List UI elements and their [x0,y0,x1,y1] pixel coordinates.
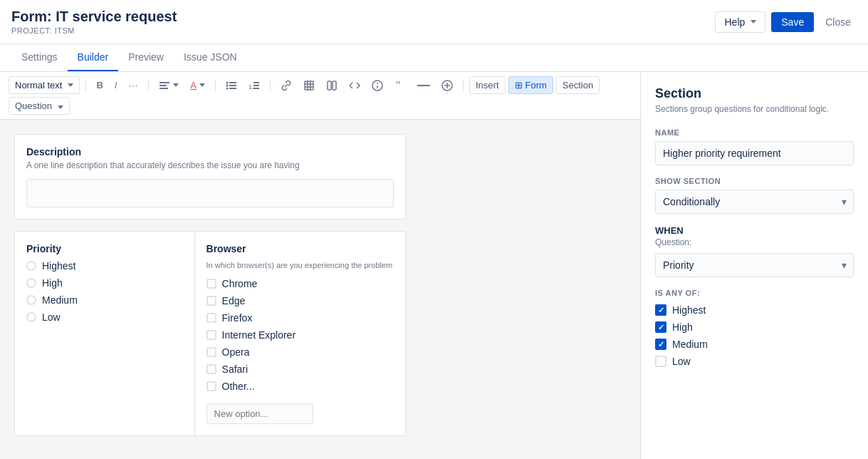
quote-button[interactable]: " [390,77,410,94]
name-input[interactable] [655,141,854,165]
divider-button[interactable] [413,78,434,93]
show-section-select-wrapper: Always Conditionally Never [655,190,854,214]
checkbox-edge[interactable] [206,296,216,306]
name-label: NAME [655,128,854,137]
close-button[interactable]: Close [820,12,857,32]
insert-button[interactable]: Insert [469,76,506,94]
bullet-list-button[interactable] [221,78,241,93]
priority-option-low[interactable]: Low [26,311,183,323]
svg-rect-8 [229,88,236,89]
radio-medium[interactable] [26,295,36,305]
toolbar-divider-2 [148,79,149,92]
svg-point-3 [226,81,229,83]
priority-option-highest[interactable]: Highest [26,260,183,272]
condition-low[interactable]: Low [655,356,854,367]
when-question-select[interactable]: Priority Browser [655,253,854,277]
code-button[interactable] [345,77,365,94]
text-style-label: Normal text [15,80,62,91]
show-section-select[interactable]: Always Conditionally Never [655,190,854,214]
description-hint: A one line description that accurately d… [26,160,394,170]
code-icon [349,80,360,91]
checkbox-high-checked[interactable]: ✓ [655,321,666,333]
description-input[interactable] [26,179,394,207]
save-button[interactable]: Save [771,12,814,32]
svg-rect-6 [229,85,236,86]
bullet-list-icon [226,81,237,91]
svg-rect-19 [333,81,336,90]
condition-medium[interactable]: ✓ Medium [655,339,854,350]
add-button[interactable] [437,77,457,94]
italic-button[interactable]: I [110,77,122,93]
form-title: Form: IT service request [11,9,177,25]
condition-low-label: Low [672,356,691,367]
bold-button[interactable]: B [92,77,107,93]
table-button[interactable] [299,77,319,94]
radio-low[interactable] [26,312,36,322]
link-button[interactable] [276,77,296,94]
numbered-list-button[interactable]: 1. [244,78,264,93]
editor-content: Description A one line description that … [0,120,640,450]
checkmark-icon: ✓ [658,306,664,315]
checkbox-highest-checked[interactable]: ✓ [655,304,666,316]
svg-text:": " [396,80,401,91]
layout-button[interactable] [322,77,342,94]
header: Form: IT service request PROJECT: ITSM H… [0,0,868,44]
is-any-section: IS ANY OF: ✓ Highest ✓ High ✓ Medium [655,289,854,367]
checkbox-chrome[interactable] [206,279,216,289]
color-button[interactable]: A [186,77,209,93]
priority-low-label: Low [42,311,61,323]
svg-rect-13 [305,81,313,90]
project-label: PROJECT: ITSM [11,26,177,35]
condition-highest[interactable]: ✓ Highest [655,304,854,316]
checkbox-opera[interactable] [206,347,216,357]
browser-firefox[interactable]: Firefox [206,312,394,324]
browser-title: Browser [206,243,394,254]
layout-icon [326,80,338,91]
tab-settings[interactable]: Settings [11,44,68,71]
info-button[interactable] [367,77,387,94]
priority-option-high[interactable]: High [26,277,183,289]
align-button[interactable] [155,77,183,94]
priority-column: Priority Highest High Medium [15,232,195,435]
color-icon: A [190,80,197,91]
new-option-input[interactable] [206,403,313,424]
browser-opera[interactable]: Opera [206,346,394,358]
question-button[interactable]: Question [9,97,70,115]
svg-rect-2 [160,88,168,89]
browser-hint: In which browser(s) are you experiencing… [206,260,394,271]
description-label: Description [26,146,394,158]
more-formatting-button[interactable]: ··· [124,77,142,93]
toolbar-divider-3 [215,79,216,92]
help-button[interactable]: Help [715,11,765,33]
checkbox-firefox[interactable] [206,313,216,323]
editor-area: Normal text B I ··· A 1. [0,72,640,459]
browser-chrome[interactable]: Chrome [206,278,394,289]
checkbox-ie[interactable] [206,330,216,340]
checkbox-low-unchecked[interactable] [655,356,666,367]
checkmark-icon-3: ✓ [658,340,664,349]
browser-other[interactable]: Other... [206,381,394,392]
browser-edge[interactable]: Edge [206,295,394,306]
svg-rect-1 [160,85,167,86]
priority-medium-label: Medium [42,294,78,306]
form-button[interactable]: ⊞Form [508,76,553,94]
priority-option-medium[interactable]: Medium [26,294,183,306]
horizontal-rule-icon [417,81,430,91]
radio-highest[interactable] [26,261,36,271]
tab-issue-json[interactable]: Issue JSON [174,44,247,71]
section-block: Priority Highest High Medium [14,231,406,436]
checkbox-medium-checked[interactable]: ✓ [655,339,666,350]
svg-rect-12 [253,88,259,89]
condition-medium-label: Medium [672,339,708,350]
text-style-select[interactable]: Normal text [9,76,80,94]
section-button[interactable]: Section [556,76,600,94]
tab-builder[interactable]: Builder [68,44,119,71]
checkbox-safari[interactable] [206,364,216,374]
checkbox-other[interactable] [206,381,216,391]
radio-high[interactable] [26,278,36,288]
condition-high[interactable]: ✓ High [655,321,854,333]
tab-preview[interactable]: Preview [118,44,174,71]
browser-ie[interactable]: Internet Explorer [206,329,394,341]
header-right: Help Save Close [715,11,857,33]
browser-safari[interactable]: Safari [206,363,394,375]
